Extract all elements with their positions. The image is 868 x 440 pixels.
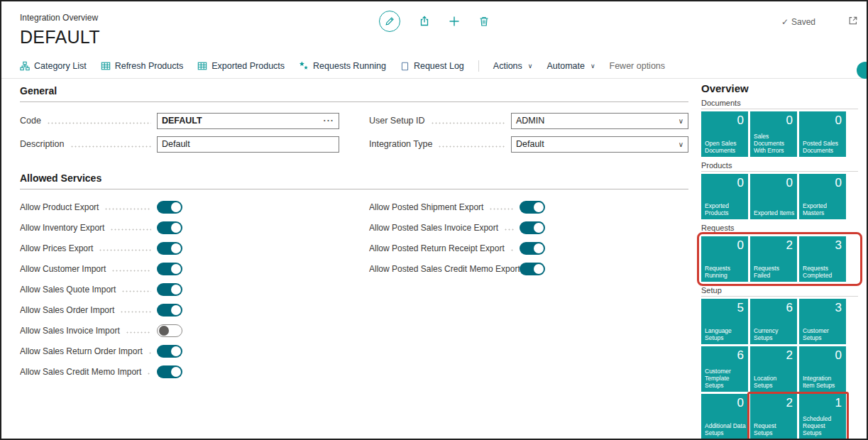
toggle-row: Allow Prices Export bbox=[20, 238, 339, 258]
dotted-leader bbox=[47, 122, 151, 124]
overview-title: Overview bbox=[701, 82, 858, 94]
toggle-switch[interactable] bbox=[157, 365, 182, 378]
cue-tile[interactable]: 0 Exported Products bbox=[701, 174, 748, 219]
field-value: DEFAULT bbox=[162, 116, 202, 126]
general-section-header[interactable]: General bbox=[20, 85, 688, 102]
help-bubble[interactable] bbox=[857, 62, 868, 79]
toggle-label: Allow Posted Sales Credit Memo Export bbox=[369, 264, 520, 274]
assist-edit-button[interactable]: ··· bbox=[324, 116, 335, 126]
toggle-switch[interactable] bbox=[157, 242, 182, 255]
toggle-row: Allow Sales Credit Memo Import bbox=[20, 361, 339, 382]
cue-tile[interactable]: 0 Additional Data Setups bbox=[701, 394, 748, 439]
automate-menu[interactable]: Automate ∨ bbox=[546, 61, 595, 71]
app-window: Integration Overview ✓ Saved DEFAULT Cat… bbox=[0, 0, 868, 440]
general-fields: Code DEFAULT ··· User Setup ID ADMIN ∨ bbox=[20, 112, 688, 153]
tile-label: Scheduled Request Setups bbox=[803, 415, 845, 436]
toggle-switch[interactable] bbox=[520, 263, 545, 275]
cue-tile[interactable]: 3 Customer Setups bbox=[799, 299, 846, 344]
tile-label: Customer Template Setups bbox=[705, 368, 747, 389]
cue-tile[interactable]: 5 Language Setups bbox=[701, 299, 748, 344]
group-label: Setup bbox=[701, 286, 858, 297]
cue-tile[interactable]: 0 Posted Sales Documents bbox=[799, 111, 846, 157]
cue-tile[interactable]: 0 Integration Item Setups bbox=[799, 346, 846, 392]
dotted-leader bbox=[438, 145, 505, 148]
toggle-switch[interactable] bbox=[157, 263, 182, 275]
dotted-leader bbox=[431, 122, 505, 124]
field-code: Code DEFAULT ··· bbox=[20, 112, 339, 129]
action-exported-products[interactable]: Exported Products bbox=[197, 61, 285, 71]
cue-tile[interactable]: 0 Open Sales Documents bbox=[701, 111, 748, 157]
toggle-switch[interactable] bbox=[520, 242, 545, 255]
toggle-switch[interactable] bbox=[520, 221, 545, 234]
dropdown-chevron-icon[interactable]: ∨ bbox=[679, 141, 683, 148]
tile-label: Location Setups bbox=[754, 375, 796, 389]
action-requests-running[interactable]: Requests Running bbox=[299, 61, 386, 71]
group-label: Requests bbox=[701, 224, 858, 234]
tile-label: Customer Setups bbox=[803, 327, 845, 341]
edit-pencil-icon[interactable] bbox=[379, 11, 400, 32]
toggle-row: Allow Posted Shipment Export bbox=[369, 197, 688, 217]
add-icon[interactable] bbox=[449, 16, 460, 27]
field-description: Description Default bbox=[20, 136, 339, 153]
tile-label: Currency Setups bbox=[754, 327, 796, 341]
action-label: Exported Products bbox=[211, 61, 285, 71]
tile-value: 2 bbox=[786, 396, 793, 410]
table-export-icon bbox=[197, 61, 207, 71]
code-input[interactable]: DEFAULT ··· bbox=[157, 113, 339, 129]
share-icon[interactable] bbox=[419, 16, 430, 27]
toggle-switch[interactable] bbox=[157, 324, 182, 337]
expand-window-icon[interactable] bbox=[848, 16, 858, 28]
toggle-switch[interactable] bbox=[157, 345, 182, 358]
chevron-down-icon: ∨ bbox=[528, 62, 533, 70]
toggle-switch[interactable] bbox=[520, 201, 545, 214]
action-request-log[interactable]: Request Log bbox=[400, 61, 464, 71]
field-label: User Setup ID bbox=[369, 116, 425, 126]
toggle-row: Allow Sales Quote Import bbox=[20, 279, 339, 299]
cue-tile[interactable]: 3 Requests Completed bbox=[799, 236, 846, 282]
toggle-label: Allow Product Export bbox=[20, 202, 99, 212]
cue-tile[interactable]: 0 Sales Documents With Errors bbox=[750, 111, 797, 157]
integration-type-select[interactable]: Default ∨ bbox=[511, 136, 688, 153]
tile-value: 2 bbox=[786, 238, 793, 253]
group-label: Documents bbox=[701, 99, 858, 109]
cue-tile[interactable]: 2 Location Setups bbox=[750, 346, 797, 392]
toggle-label: Allow Sales Return Order Import bbox=[20, 346, 143, 356]
tile-value: 3 bbox=[835, 238, 842, 253]
action-category-list[interactable]: Category List bbox=[20, 61, 87, 71]
dropdown-chevron-icon[interactable]: ∨ bbox=[679, 117, 683, 125]
user-setup-id-select[interactable]: ADMIN ∨ bbox=[511, 113, 688, 129]
cue-tile[interactable]: 0 Exported Items bbox=[750, 174, 797, 219]
cue-tile[interactable]: 2 Requests Failed bbox=[750, 236, 797, 282]
cue-tile[interactable]: 0 Requests Running bbox=[701, 236, 748, 282]
action-bar: Category List Refresh Products Exported … bbox=[20, 60, 665, 72]
toggle-switch[interactable] bbox=[157, 201, 182, 214]
group-documents: Documents 0 Open Sales Documents 0 Sales… bbox=[701, 99, 858, 157]
toggle-label: Allow Sales Quote Import bbox=[20, 285, 116, 295]
actions-menu[interactable]: Actions ∨ bbox=[493, 61, 533, 71]
cue-tile[interactable]: 1 Scheduled Request Setups bbox=[799, 394, 846, 439]
dotted-leader bbox=[99, 249, 151, 251]
dotted-leader bbox=[504, 229, 514, 231]
cue-tile[interactable]: 2 Request Setups bbox=[750, 394, 797, 439]
field-label: Description bbox=[20, 139, 65, 149]
field-value: ADMIN bbox=[516, 116, 544, 126]
cue-tile[interactable]: 6 Customer Template Setups bbox=[701, 346, 748, 392]
delete-trash-icon[interactable] bbox=[478, 16, 490, 27]
divider bbox=[1, 78, 867, 79]
field-value: Default bbox=[162, 139, 190, 149]
tile-value: 0 bbox=[737, 238, 744, 253]
overview-panel: Overview Documents 0 Open Sales Document… bbox=[701, 82, 858, 440]
toggle-switch[interactable] bbox=[157, 304, 182, 317]
action-refresh-products[interactable]: Refresh Products bbox=[101, 61, 184, 71]
dotted-leader bbox=[110, 229, 151, 231]
toggle-switch[interactable] bbox=[157, 283, 182, 296]
page-title: DEFAULT bbox=[20, 27, 100, 48]
cue-tile[interactable]: 6 Currency Setups bbox=[750, 299, 797, 344]
allowed-services-header[interactable]: Allowed Services bbox=[20, 172, 688, 189]
tile-label: Sales Documents With Errors bbox=[754, 133, 796, 154]
description-input[interactable]: Default bbox=[157, 136, 339, 153]
cue-tile[interactable]: 0 Exported Masters bbox=[799, 174, 846, 219]
fewer-options-button[interactable]: Fewer options bbox=[610, 61, 666, 71]
tile-label: Language Setups bbox=[705, 327, 747, 341]
toggle-switch[interactable] bbox=[157, 221, 182, 234]
